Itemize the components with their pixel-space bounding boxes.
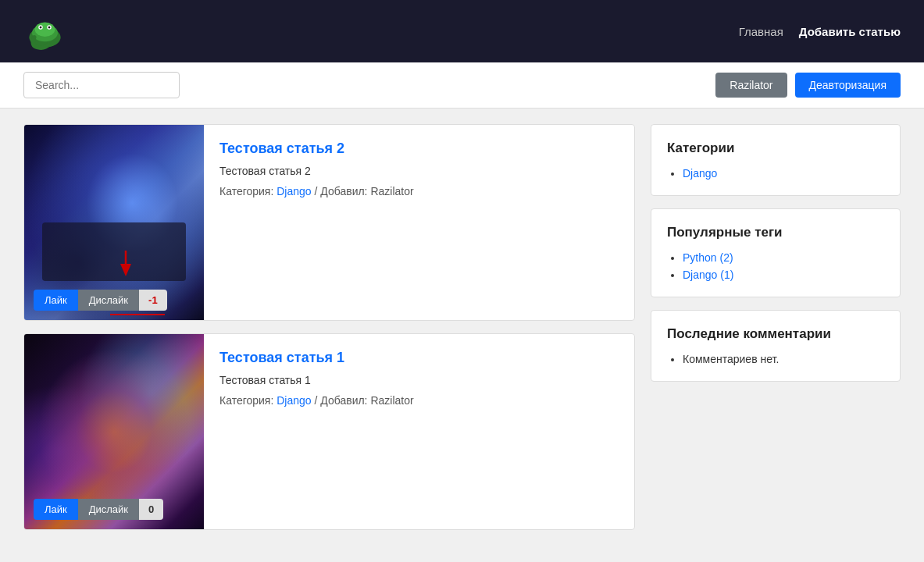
header-nav: Главная Добавить статью [739, 25, 901, 38]
sidebar-category-item: Django [683, 167, 884, 180]
article-card-2: Лайк Дислайк -1 Тестовая статья 2 Тестов… [23, 124, 635, 321]
article-excerpt-2: Тестовая статья 2 [219, 165, 619, 177]
sidebar-categories-list: Django [667, 167, 884, 180]
nav-home-link[interactable]: Главная [739, 25, 783, 38]
article-title-2[interactable]: Тестовая статья 2 [219, 140, 619, 157]
sidebar-tag-python-link[interactable]: Python (2) [683, 251, 733, 264]
like-button-article-1[interactable]: Лайк [34, 499, 78, 520]
article-meta-1: Категория: Django / Добавил: Razilator [219, 394, 619, 407]
sidebar-tag-django-link[interactable]: Django (1) [683, 269, 733, 281]
vote-count-article-1: 0 [139, 499, 163, 520]
header: Главная Добавить статью [0, 0, 924, 62]
sidebar-tags-title: Популярные теги [667, 225, 884, 240]
vote-buttons-article-2: Лайк Дислайк -1 [34, 290, 167, 311]
sidebar-comments: Последние комментарии Комментариев нет. [651, 310, 901, 382]
search-input[interactable] [23, 72, 180, 98]
sidebar-comments-title: Последние комментарии [667, 326, 884, 342]
dislike-button-article-2[interactable]: Дислайк [78, 290, 139, 311]
article-image-2: Лайк Дислайк -1 [24, 125, 204, 320]
logo-icon [23, 10, 66, 53]
article-category-link-1[interactable]: Django [276, 394, 311, 407]
dislike-arrow-indicator [114, 247, 137, 281]
svg-point-6 [48, 26, 51, 28]
logout-button[interactable]: Деавторизация [795, 73, 901, 98]
sidebar-tags-list: Python (2) Django (1) [667, 251, 884, 281]
article-content-1: Тестовая статья 1 Тестовая статья 1 Кате… [204, 334, 634, 529]
sidebar: Категории Django Популярные теги Python … [651, 124, 901, 542]
logo [23, 10, 66, 53]
article-meta-2: Категория: Django / Добавил: Razilator [219, 185, 619, 197]
sidebar-tag-django: Django (1) [683, 269, 884, 281]
nav-add-link[interactable]: Добавить статью [799, 25, 901, 38]
sidebar-tags: Популярные теги Python (2) Django (1) [651, 208, 901, 297]
sidebar-categories-title: Категории [667, 140, 884, 156]
svg-point-2 [35, 22, 55, 36]
user-button[interactable]: Razilator [715, 73, 787, 98]
sidebar-comments-list: Комментариев нет. [667, 353, 884, 365]
article-title-1[interactable]: Тестовая статья 1 [219, 350, 619, 366]
articles-list: Лайк Дислайк -1 Тестовая статья 2 Тестов… [23, 124, 635, 542]
article-excerpt-1: Тестовая статья 1 [219, 374, 619, 386]
main-content: Лайк Дислайк -1 Тестовая статья 2 Тестов… [0, 108, 924, 558]
svg-point-5 [40, 26, 42, 28]
search-bar-right: Razilator Деавторизация [715, 73, 901, 98]
article-category-link-2[interactable]: Django [276, 185, 311, 197]
sidebar-no-comments: Комментариев нет. [683, 353, 884, 365]
article-content-2: Тестовая статья 2 Тестовая статья 2 Кате… [204, 125, 634, 320]
sidebar-categories: Категории Django [651, 124, 901, 196]
article-image-1: Лайк Дислайк 0 [24, 334, 204, 529]
underline-mark-article-2 [110, 314, 165, 315]
sidebar-category-django[interactable]: Django [683, 167, 717, 180]
article-card-1: Лайк Дислайк 0 Тестовая статья 1 Тестова… [23, 333, 635, 530]
sidebar-tag-python: Python (2) [683, 251, 884, 264]
like-button-article-2[interactable]: Лайк [34, 290, 78, 311]
svg-marker-8 [120, 264, 131, 276]
vote-buttons-article-1: Лайк Дислайк 0 [34, 499, 163, 520]
dislike-button-article-1[interactable]: Дислайк [78, 499, 139, 520]
vote-count-article-2: -1 [139, 290, 167, 311]
search-bar: Razilator Деавторизация [0, 62, 924, 108]
